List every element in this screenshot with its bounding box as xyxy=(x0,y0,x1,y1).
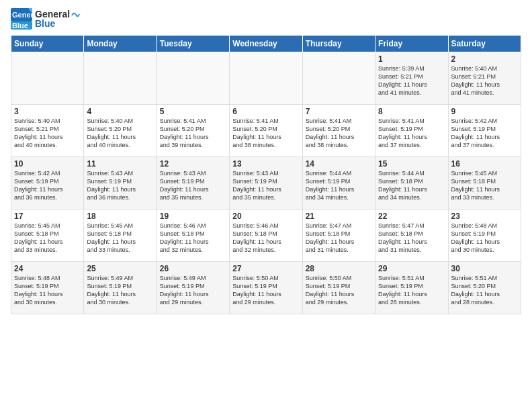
weekday-header: Sunday xyxy=(11,36,84,52)
day-number: 12 xyxy=(160,159,226,169)
day-number: 14 xyxy=(306,159,372,169)
calendar-cell: 4Sunrise: 5:40 AM Sunset: 5:20 PM Daylig… xyxy=(84,105,157,157)
calendar-cell: 14Sunrise: 5:44 AM Sunset: 5:19 PM Dayli… xyxy=(302,157,375,210)
day-info: Sunrise: 5:44 AM Sunset: 5:18 PM Dayligh… xyxy=(378,169,445,202)
calendar-cell xyxy=(84,52,157,105)
calendar-cell: 8Sunrise: 5:41 AM Sunset: 5:19 PM Daylig… xyxy=(375,105,448,157)
day-info: Sunrise: 5:40 AM Sunset: 5:20 PM Dayligh… xyxy=(87,117,153,150)
day-info: Sunrise: 5:47 AM Sunset: 5:18 PM Dayligh… xyxy=(306,222,372,255)
day-info: Sunrise: 5:49 AM Sunset: 5:19 PM Dayligh… xyxy=(87,274,153,307)
calendar-cell: 18Sunrise: 5:45 AM Sunset: 5:18 PM Dayli… xyxy=(84,210,157,262)
calendar-cell: 15Sunrise: 5:44 AM Sunset: 5:18 PM Dayli… xyxy=(375,157,448,210)
day-number: 16 xyxy=(451,159,518,169)
day-number: 4 xyxy=(87,107,153,116)
day-number: 19 xyxy=(160,212,226,221)
day-info: Sunrise: 5:47 AM Sunset: 5:18 PM Dayligh… xyxy=(378,222,445,255)
svg-text:Blue: Blue xyxy=(12,21,28,30)
calendar-week-row: 3Sunrise: 5:40 AM Sunset: 5:21 PM Daylig… xyxy=(11,105,521,157)
day-info: Sunrise: 5:42 AM Sunset: 5:19 PM Dayligh… xyxy=(14,169,81,202)
day-info: Sunrise: 5:45 AM Sunset: 5:18 PM Dayligh… xyxy=(14,222,81,255)
day-number: 28 xyxy=(306,264,372,273)
calendar-container: SundayMondayTuesdayWednesdayThursdayFrid… xyxy=(0,35,532,314)
day-number: 11 xyxy=(87,159,153,169)
calendar-cell xyxy=(157,52,229,105)
calendar-week-row: 17Sunrise: 5:45 AM Sunset: 5:18 PM Dayli… xyxy=(11,210,521,262)
weekday-header: Thursday xyxy=(302,36,375,52)
day-number: 9 xyxy=(451,107,518,116)
day-number: 8 xyxy=(378,107,445,116)
day-info: Sunrise: 5:43 AM Sunset: 5:19 PM Dayligh… xyxy=(160,169,226,202)
day-number: 25 xyxy=(87,264,153,273)
day-info: Sunrise: 5:43 AM Sunset: 5:19 PM Dayligh… xyxy=(232,169,299,202)
calendar-table: SundayMondayTuesdayWednesdayThursdayFrid… xyxy=(11,35,521,314)
calendar-cell: 28Sunrise: 5:50 AM Sunset: 5:19 PM Dayli… xyxy=(302,262,375,314)
calendar-cell: 2Sunrise: 5:40 AM Sunset: 5:21 PM Daylig… xyxy=(448,52,521,105)
day-number: 2 xyxy=(451,54,518,64)
calendar-cell xyxy=(230,52,302,105)
calendar-cell: 29Sunrise: 5:51 AM Sunset: 5:19 PM Dayli… xyxy=(375,262,448,314)
logo-icon: General Blue xyxy=(11,8,32,30)
day-info: Sunrise: 5:48 AM Sunset: 5:19 PM Dayligh… xyxy=(14,274,81,307)
day-info: Sunrise: 5:46 AM Sunset: 5:18 PM Dayligh… xyxy=(232,222,299,255)
day-number: 27 xyxy=(232,264,299,273)
svg-text:General: General xyxy=(12,11,32,19)
day-info: Sunrise: 5:48 AM Sunset: 5:19 PM Dayligh… xyxy=(451,222,518,255)
day-number: 29 xyxy=(378,264,445,273)
calendar-cell: 30Sunrise: 5:51 AM Sunset: 5:20 PM Dayli… xyxy=(448,262,521,314)
calendar-cell: 23Sunrise: 5:48 AM Sunset: 5:19 PM Dayli… xyxy=(448,210,521,262)
logo-wave-icon xyxy=(71,10,80,19)
day-info: Sunrise: 5:45 AM Sunset: 5:18 PM Dayligh… xyxy=(87,222,153,255)
day-info: Sunrise: 5:43 AM Sunset: 5:19 PM Dayligh… xyxy=(87,169,153,202)
day-number: 17 xyxy=(14,212,81,221)
weekday-header: Wednesday xyxy=(230,36,302,52)
calendar-cell: 25Sunrise: 5:49 AM Sunset: 5:19 PM Dayli… xyxy=(84,262,157,314)
calendar-cell: 22Sunrise: 5:47 AM Sunset: 5:18 PM Dayli… xyxy=(375,210,448,262)
calendar-cell: 12Sunrise: 5:43 AM Sunset: 5:19 PM Dayli… xyxy=(157,157,229,210)
day-info: Sunrise: 5:40 AM Sunset: 5:21 PM Dayligh… xyxy=(451,64,518,97)
day-info: Sunrise: 5:51 AM Sunset: 5:19 PM Dayligh… xyxy=(378,274,445,307)
calendar-cell: 19Sunrise: 5:46 AM Sunset: 5:18 PM Dayli… xyxy=(157,210,229,262)
calendar-week-row: 10Sunrise: 5:42 AM Sunset: 5:19 PM Dayli… xyxy=(11,157,521,210)
day-info: Sunrise: 5:50 AM Sunset: 5:19 PM Dayligh… xyxy=(232,274,299,307)
day-number: 23 xyxy=(451,212,518,221)
calendar-cell: 27Sunrise: 5:50 AM Sunset: 5:19 PM Dayli… xyxy=(230,262,302,314)
day-info: Sunrise: 5:40 AM Sunset: 5:21 PM Dayligh… xyxy=(14,117,81,150)
calendar-cell: 21Sunrise: 5:47 AM Sunset: 5:18 PM Dayli… xyxy=(302,210,375,262)
calendar-cell xyxy=(302,52,375,105)
day-info: Sunrise: 5:49 AM Sunset: 5:19 PM Dayligh… xyxy=(160,274,226,307)
weekday-header: Tuesday xyxy=(157,36,229,52)
calendar-week-row: 1Sunrise: 5:39 AM Sunset: 5:21 PM Daylig… xyxy=(11,52,521,105)
day-info: Sunrise: 5:39 AM Sunset: 5:21 PM Dayligh… xyxy=(378,64,445,97)
calendar-cell: 20Sunrise: 5:46 AM Sunset: 5:18 PM Dayli… xyxy=(230,210,302,262)
calendar-cell: 11Sunrise: 5:43 AM Sunset: 5:19 PM Dayli… xyxy=(84,157,157,210)
day-info: Sunrise: 5:50 AM Sunset: 5:19 PM Dayligh… xyxy=(306,274,372,307)
calendar-cell: 13Sunrise: 5:43 AM Sunset: 5:19 PM Dayli… xyxy=(230,157,302,210)
day-number: 20 xyxy=(232,212,299,221)
calendar-cell: 6Sunrise: 5:41 AM Sunset: 5:20 PM Daylig… xyxy=(230,105,302,157)
calendar-cell xyxy=(11,52,84,105)
day-number: 6 xyxy=(232,107,299,116)
calendar-cell: 7Sunrise: 5:41 AM Sunset: 5:20 PM Daylig… xyxy=(302,105,375,157)
day-info: Sunrise: 5:44 AM Sunset: 5:19 PM Dayligh… xyxy=(306,169,372,202)
day-info: Sunrise: 5:41 AM Sunset: 5:20 PM Dayligh… xyxy=(232,117,299,150)
calendar-cell: 1Sunrise: 5:39 AM Sunset: 5:21 PM Daylig… xyxy=(375,52,448,105)
day-number: 26 xyxy=(160,264,226,273)
day-number: 30 xyxy=(451,264,518,273)
day-info: Sunrise: 5:41 AM Sunset: 5:20 PM Dayligh… xyxy=(306,117,372,150)
calendar-cell: 17Sunrise: 5:45 AM Sunset: 5:18 PM Dayli… xyxy=(11,210,84,262)
day-info: Sunrise: 5:46 AM Sunset: 5:18 PM Dayligh… xyxy=(160,222,226,255)
calendar-body: 1Sunrise: 5:39 AM Sunset: 5:21 PM Daylig… xyxy=(11,52,521,314)
day-number: 15 xyxy=(378,159,445,169)
calendar-cell: 5Sunrise: 5:41 AM Sunset: 5:20 PM Daylig… xyxy=(157,105,229,157)
calendar-cell: 26Sunrise: 5:49 AM Sunset: 5:19 PM Dayli… xyxy=(157,262,229,314)
day-number: 3 xyxy=(14,107,81,116)
day-info: Sunrise: 5:41 AM Sunset: 5:19 PM Dayligh… xyxy=(378,117,445,150)
logo: General Blue General Blue xyxy=(11,8,81,30)
logo-blue-text: Blue xyxy=(35,18,81,29)
calendar-cell: 10Sunrise: 5:42 AM Sunset: 5:19 PM Dayli… xyxy=(11,157,84,210)
calendar-cell: 3Sunrise: 5:40 AM Sunset: 5:21 PM Daylig… xyxy=(11,105,84,157)
day-number: 7 xyxy=(306,107,372,116)
weekday-header: Friday xyxy=(375,36,448,52)
day-number: 22 xyxy=(378,212,445,221)
day-info: Sunrise: 5:42 AM Sunset: 5:19 PM Dayligh… xyxy=(451,117,518,150)
